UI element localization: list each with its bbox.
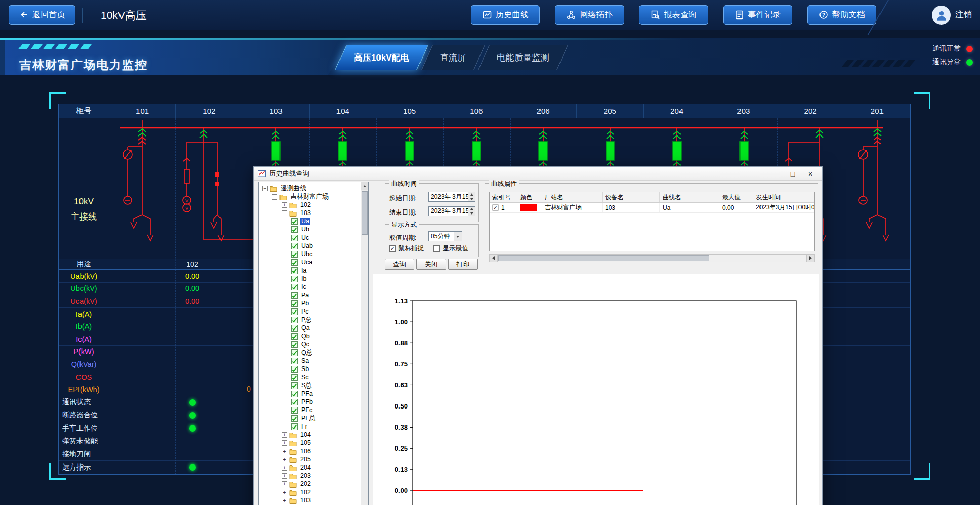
- mouse-capture-checkbox[interactable]: ✓ 鼠标捕捉: [389, 244, 424, 253]
- tree-item-Pc[interactable]: Pc: [259, 307, 360, 316]
- tree-item-102[interactable]: +102: [259, 201, 360, 209]
- show-extremes-checkbox[interactable]: 显示最值: [433, 244, 468, 253]
- tree-item-遥测曲线[interactable]: −遥测曲线: [259, 184, 360, 192]
- avatar[interactable]: [932, 6, 951, 25]
- scroll-up-button[interactable]: [361, 182, 368, 190]
- props-col-header-7[interactable]: 发生时间: [753, 192, 814, 202]
- props-hscrollbar[interactable]: [489, 254, 815, 262]
- logout-button[interactable]: 注销: [955, 10, 972, 21]
- print-button[interactable]: 打印: [448, 259, 478, 270]
- row-checkbox[interactable]: ✓: [493, 205, 499, 211]
- tree-item-Ia[interactable]: Ia: [259, 266, 360, 275]
- status-label: 远方指示: [59, 463, 109, 472]
- expand-box[interactable]: +: [282, 432, 287, 438]
- tree-item-205[interactable]: +205: [259, 455, 360, 463]
- tree-item-吉林财富广场[interactable]: −吉林财富广场: [259, 192, 360, 201]
- props-col-header-1[interactable]: 索引号: [490, 192, 517, 202]
- expand-box[interactable]: +: [282, 465, 287, 471]
- expand-box[interactable]: +: [282, 440, 287, 446]
- tab-dc-screen[interactable]: 直流屏: [427, 45, 479, 70]
- tree-item-Uab[interactable]: Uab: [259, 242, 360, 250]
- tree-item-Qa[interactable]: Qa: [259, 324, 360, 332]
- props-col-header-3[interactable]: 厂站名: [542, 192, 603, 202]
- tree-item-202[interactable]: +202: [259, 480, 360, 488]
- query-button[interactable]: 查询: [385, 259, 414, 270]
- nav-network-topology-button[interactable]: 网络拓扑: [555, 5, 624, 25]
- tree-item-Sb[interactable]: Sb: [259, 365, 360, 373]
- tree-item-P总[interactable]: P总: [259, 316, 360, 324]
- tree-item-Sc[interactable]: Sc: [259, 373, 360, 381]
- checkbox-box[interactable]: [433, 245, 440, 252]
- curve-property-row[interactable]: ✓1吉林财富广场103Ua0.002023年3月15日00时0: [490, 203, 814, 213]
- tree-item-Ic[interactable]: Ic: [259, 283, 360, 291]
- expand-box[interactable]: +: [282, 498, 287, 503]
- combo-arrow-icon[interactable]: [454, 232, 462, 241]
- tree-item-Q总[interactable]: Q总: [259, 348, 360, 357]
- tree-item-Ib[interactable]: Ib: [259, 275, 360, 283]
- collapse-box[interactable]: −: [272, 194, 277, 200]
- start-date-value: 2023年 3月15: [431, 192, 469, 201]
- props-col-header-6[interactable]: 最大值: [719, 192, 753, 202]
- props-col-header-4[interactable]: 设备名: [603, 192, 660, 202]
- tree-item-Ub[interactable]: Ub: [259, 225, 360, 234]
- end-date-input[interactable]: 2023年 3月15: [428, 206, 475, 216]
- expand-box[interactable]: +: [282, 473, 287, 479]
- tree-item-102[interactable]: +102: [259, 488, 360, 496]
- tree-item-Uc[interactable]: Uc: [259, 234, 360, 242]
- tab-hv-10kv-distribution[interactable]: 高压10kV配电: [341, 45, 423, 70]
- props-col-header-2[interactable]: 颜色: [517, 192, 542, 202]
- expand-box[interactable]: +: [282, 481, 287, 487]
- tree-item-Ua[interactable]: Ua: [259, 217, 360, 225]
- end-date-spinner[interactable]: [468, 207, 475, 216]
- tree-item-PFc[interactable]: PFc: [259, 406, 360, 414]
- close-dialog-button[interactable]: 关闭: [416, 259, 446, 270]
- tree-item-Pa[interactable]: Pa: [259, 291, 360, 299]
- tab-power-quality[interactable]: 电能质量监测: [484, 45, 563, 70]
- tree-item-S总[interactable]: S总: [259, 381, 360, 390]
- nav-help-doc-button[interactable]: ? 帮助文档: [807, 5, 876, 25]
- tree-item-Qc[interactable]: Qc: [259, 340, 360, 348]
- checkbox-box[interactable]: ✓: [389, 245, 396, 252]
- tree-item-PF总[interactable]: PF总: [259, 414, 360, 422]
- expand-box[interactable]: +: [282, 457, 287, 462]
- start-date-input[interactable]: 2023年 3月15: [428, 192, 475, 202]
- scroll-right-button[interactable]: [806, 255, 814, 262]
- tree-item-Uca[interactable]: Uca: [259, 258, 360, 266]
- expand-box[interactable]: +: [282, 490, 287, 495]
- maximize-button[interactable]: □: [784, 167, 802, 181]
- tree-scrollbar-thumb[interactable]: [362, 191, 368, 235]
- tree-item-104[interactable]: +104: [259, 431, 360, 439]
- tree-item-PFb[interactable]: PFb: [259, 398, 360, 406]
- props-hscrollbar-thumb[interactable]: [498, 255, 709, 261]
- back-home-button[interactable]: 返回首页: [9, 5, 75, 25]
- expand-box[interactable]: +: [282, 202, 287, 208]
- minimize-button[interactable]: ─: [767, 167, 784, 181]
- tree-item-105[interactable]: +105: [259, 439, 360, 447]
- close-button[interactable]: ×: [802, 167, 819, 181]
- tree-item-103[interactable]: +103: [259, 496, 360, 504]
- tree-item-103[interactable]: −103: [259, 209, 360, 217]
- tree-item-PFa[interactable]: PFa: [259, 390, 360, 398]
- tree-item-Fr[interactable]: Fr: [259, 422, 360, 431]
- tree-item-203[interactable]: +203: [259, 472, 360, 480]
- history-curve-chart[interactable]: 1.131.000.880.750.630.500.380.250.130.00: [373, 274, 819, 505]
- tree-item-Ubc[interactable]: Ubc: [259, 250, 360, 258]
- tree-item-Pb[interactable]: Pb: [259, 299, 360, 307]
- props-col-header-5[interactable]: 曲线名: [660, 192, 719, 202]
- tree-item-Sa[interactable]: Sa: [259, 357, 360, 365]
- curve-color-swatch: [520, 204, 537, 211]
- tree-item-106[interactable]: +106: [259, 447, 360, 455]
- expand-box[interactable]: +: [282, 449, 287, 454]
- nav-report-query-button[interactable]: 报表查询: [639, 5, 708, 25]
- tree-item-Qb[interactable]: Qb: [259, 332, 360, 340]
- period-select[interactable]: 05分钟: [428, 231, 462, 241]
- tree-scrollbar[interactable]: [361, 182, 368, 505]
- start-date-spinner[interactable]: [468, 192, 475, 201]
- nav-event-record-button[interactable]: 事件记录: [723, 5, 792, 25]
- scroll-left-button[interactable]: [490, 255, 498, 262]
- collapse-box[interactable]: −: [262, 186, 268, 191]
- dialog-titlebar[interactable]: 历史曲线查询 ─ □ ×: [254, 167, 822, 181]
- collapse-box[interactable]: −: [282, 210, 287, 216]
- tree-item-204[interactable]: +204: [259, 463, 360, 472]
- nav-history-curve-button[interactable]: 历史曲线: [471, 5, 540, 25]
